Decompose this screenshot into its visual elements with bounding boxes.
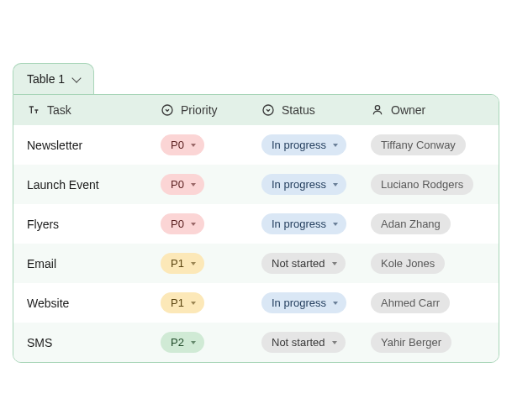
status-label: In progress [272, 218, 326, 230]
status-cell: In progress [261, 292, 371, 313]
priority-pill[interactable]: P1 [161, 292, 204, 313]
caret-down-icon [332, 341, 337, 344]
owner-cell: Kole Jones [371, 253, 497, 274]
column-header-status-label: Status [282, 103, 315, 117]
priority-label: P2 [171, 336, 184, 349]
column-header-priority[interactable]: Priority [161, 103, 261, 117]
column-header-task[interactable]: Task [13, 103, 161, 117]
text-format-icon [27, 103, 40, 117]
owner-pill[interactable]: Adan Zhang [371, 213, 451, 234]
owner-cell: Adan Zhang [371, 213, 497, 234]
caret-down-icon [191, 341, 196, 344]
table-row: SMS P2 Not started Yahir Berger [13, 323, 499, 362]
priority-pill[interactable]: P0 [161, 213, 204, 234]
table-row: Newsletter P0 In progress Tiffany Conway [13, 125, 499, 165]
table-row: Email P1 Not started Kole Jones [13, 244, 499, 283]
status-pill[interactable]: In progress [261, 213, 346, 234]
status-label: Not started [272, 336, 325, 349]
caret-down-icon [191, 144, 196, 147]
task-cell[interactable]: Website [13, 297, 161, 310]
priority-label: P0 [171, 218, 184, 230]
priority-pill[interactable]: P1 [161, 253, 204, 274]
dropdown-circle-icon [261, 103, 275, 117]
table-row: Launch Event P0 In progress Luciano Rodg… [13, 165, 499, 204]
person-icon [371, 103, 384, 117]
status-label: Not started [272, 257, 325, 270]
priority-label: P1 [171, 297, 184, 309]
task-name: Email [27, 257, 56, 270]
caret-down-icon [191, 262, 196, 265]
priority-cell: P0 [161, 174, 261, 195]
column-header-owner-label: Owner [391, 103, 425, 117]
priority-pill[interactable]: P2 [161, 332, 204, 353]
owner-name: Luciano Rodgers [381, 178, 463, 191]
status-pill[interactable]: Not started [261, 253, 346, 274]
task-cell[interactable]: Flyers [13, 218, 161, 231]
status-cell: In progress [261, 174, 371, 195]
task-name: Launch Event [27, 178, 99, 192]
table-body: Newsletter P0 In progress Tiffany Conway… [13, 125, 499, 362]
caret-down-icon [333, 144, 338, 147]
priority-cell: P0 [161, 134, 261, 155]
column-header-task-label: Task [47, 103, 71, 117]
caret-down-icon [332, 262, 337, 265]
caret-down-icon [333, 183, 338, 186]
table-header-row: Task Priority Status Owner [13, 95, 499, 125]
owner-pill[interactable]: Ahmed Carr [371, 292, 450, 313]
tab-label: Table 1 [27, 72, 65, 86]
caret-down-icon [191, 223, 196, 226]
owner-name: Tiffany Conway [381, 139, 456, 151]
status-pill[interactable]: In progress [261, 174, 346, 195]
task-name: Newsletter [27, 139, 82, 152]
priority-cell: P0 [161, 213, 261, 234]
svg-point-0 [162, 105, 172, 115]
task-cell[interactable]: Newsletter [13, 139, 161, 152]
task-cell[interactable]: Email [13, 257, 161, 270]
status-pill[interactable]: In progress [261, 292, 346, 313]
task-cell[interactable]: Launch Event [13, 178, 161, 192]
table-tab[interactable]: Table 1 [13, 63, 94, 94]
priority-pill[interactable]: P0 [161, 134, 204, 155]
owner-pill[interactable]: Tiffany Conway [371, 134, 466, 155]
status-pill[interactable]: Not started [261, 332, 346, 353]
table-row: Website P1 In progress Ahmed Carr [13, 283, 499, 323]
owner-cell: Ahmed Carr [371, 292, 497, 313]
owner-cell: Tiffany Conway [371, 134, 497, 155]
svg-point-1 [263, 105, 273, 115]
task-name: Flyers [27, 218, 59, 231]
table-container: Task Priority Status Owner Newsle [13, 94, 499, 363]
task-name: Website [27, 297, 69, 310]
dropdown-circle-icon [161, 103, 174, 117]
caret-down-icon [191, 183, 196, 186]
column-header-owner[interactable]: Owner [371, 103, 497, 117]
owner-pill[interactable]: Yahir Berger [371, 332, 451, 353]
table-row: Flyers P0 In progress Adan Zhang [13, 204, 499, 244]
status-label: In progress [272, 297, 326, 309]
status-label: In progress [272, 139, 326, 151]
priority-cell: P1 [161, 292, 261, 313]
owner-name: Ahmed Carr [381, 297, 440, 309]
column-header-status[interactable]: Status [261, 103, 371, 117]
task-cell[interactable]: SMS [13, 336, 161, 349]
owner-name: Kole Jones [381, 257, 435, 270]
column-header-priority-label: Priority [181, 103, 218, 117]
caret-down-icon [333, 223, 338, 226]
task-name: SMS [27, 336, 52, 349]
owner-name: Adan Zhang [381, 218, 441, 230]
owner-cell: Luciano Rodgers [371, 174, 497, 195]
owner-pill[interactable]: Luciano Rodgers [371, 174, 473, 195]
priority-cell: P2 [161, 332, 261, 353]
status-cell: Not started [261, 332, 371, 353]
priority-label: P1 [171, 257, 184, 270]
svg-point-2 [375, 106, 379, 110]
chevron-down-icon [71, 73, 81, 82]
priority-label: P0 [171, 178, 184, 191]
status-cell: In progress [261, 213, 371, 234]
status-cell: Not started [261, 253, 371, 274]
status-pill[interactable]: In progress [261, 134, 346, 155]
owner-pill[interactable]: Kole Jones [371, 253, 445, 274]
status-cell: In progress [261, 134, 371, 155]
caret-down-icon [333, 302, 338, 305]
priority-pill[interactable]: P0 [161, 174, 204, 195]
caret-down-icon [191, 302, 196, 305]
